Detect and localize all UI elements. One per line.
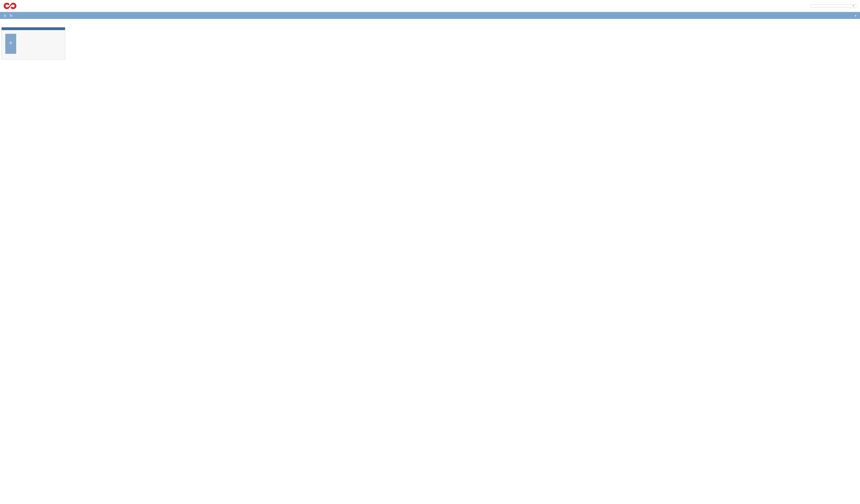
add-project-button[interactable] [5, 34, 16, 54]
refresh-icon[interactable] [10, 13, 13, 18]
logo-icon [4, 2, 16, 10]
intro-text [0, 19, 860, 27]
menu-icon[interactable] [4, 14, 7, 17]
projects-count [2, 58, 65, 59]
user-info: ▾ [855, 14, 856, 17]
dashboard-grid [0, 27, 860, 61]
plus-icon [9, 41, 13, 45]
context-selector[interactable] [811, 4, 856, 8]
projects-panel [1, 27, 65, 60]
user-bar: ▾ [0, 12, 860, 19]
header [0, 0, 860, 12]
logo [4, 2, 18, 10]
caret-down-icon[interactable]: ▾ [855, 14, 856, 17]
projects-header [2, 27, 65, 30]
